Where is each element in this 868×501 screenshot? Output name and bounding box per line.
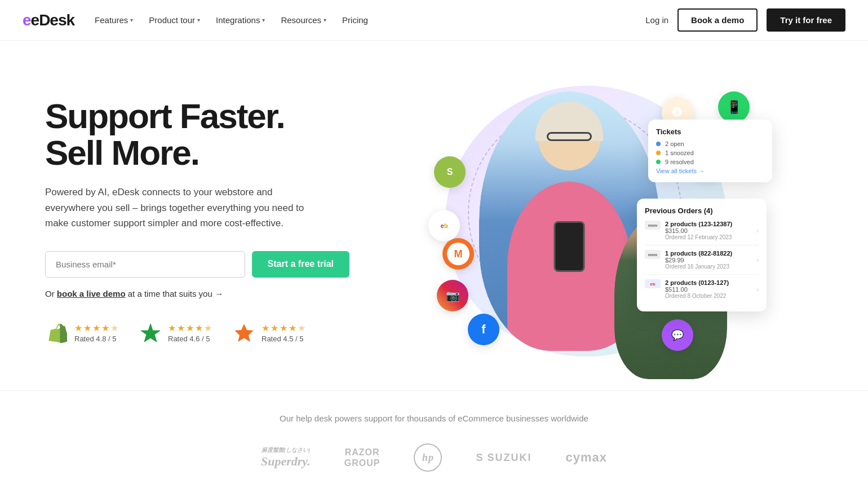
capterra-rating-info: ★ ★ ★ ★ ★ Rated 4.6 / 5 [168, 323, 212, 343]
brand-logos: 麻度髻髭(しなさい) Superdry. RAZORGROUP hp S SUZ… [45, 443, 823, 472]
book-demo-link[interactable]: book a live demo [57, 289, 126, 298]
nav-links: Features ▾ Product tour ▾ Integrations ▾… [95, 15, 368, 25]
message-icon: 💬 [662, 319, 693, 351]
svg-marker-1 [234, 324, 253, 342]
g2-rating-info: ★ ★ ★ ★ ★ Rated 4.5 / 5 [262, 323, 305, 343]
email-input[interactable] [45, 251, 245, 278]
order-date: Ordered 8 October 2022 [665, 293, 752, 299]
order-name: 2 products (123-12387) [665, 221, 752, 227]
order-logo: www [645, 250, 661, 259]
order-logo-ebay: eb [645, 279, 661, 288]
hp-logo: hp [414, 443, 442, 472]
nav-pricing[interactable]: Pricing [342, 15, 368, 25]
order-info: 2 products (123-12387) $315.00 Ordered 1… [665, 221, 752, 240]
order-info: 1 products (822-81822) $29.99 Ordered 16… [665, 250, 752, 270]
bottom-section: Our help desk powers support for thousan… [0, 390, 868, 501]
chevron-down-icon: ▾ [130, 17, 133, 23]
order-price: $315.00 [665, 227, 752, 234]
chevron-down-icon: ▾ [197, 17, 200, 23]
order-price: $29.99 [665, 257, 752, 263]
order-arrow-icon: › [756, 285, 759, 293]
svg-marker-0 [141, 324, 160, 342]
tickets-card: Tickets 2 open 1 snoozed 9 resolved View… [648, 120, 772, 182]
shopify-rating-info: ★ ★ ★ ★ ★ Rated 4.8 / 5 [74, 323, 118, 343]
shopify-rating: ★ ★ ★ ★ ★ Rated 4.8 / 5 [45, 321, 118, 345]
order-date: Ordered 12 February 2023 [665, 234, 752, 240]
g2-rating-text: Rated 4.5 / 5 [262, 335, 305, 343]
ebay-icon: eb [428, 210, 460, 241]
tickets-title: Tickets [656, 128, 764, 136]
hero-form: Start a free trial [45, 251, 349, 278]
nav-right: Log in Book a demo Try it for free [645, 8, 845, 32]
cymax-logo: cymax [565, 450, 607, 465]
open-dot [656, 142, 661, 146]
snoozed-dot [656, 151, 661, 155]
order-info: 2 products (0123-127) $511.00 Ordered 8 … [665, 279, 752, 299]
ratings-section: ★ ★ ★ ★ ★ Rated 4.8 / 5 [45, 321, 349, 345]
superdry-logo: 麻度髻髭(しなさい) Superdry. [261, 446, 311, 469]
order-arrow-icon: › [756, 256, 759, 264]
nav-features[interactable]: Features ▾ [95, 15, 133, 25]
shopify-rating-text: Rated 4.8 / 5 [74, 335, 118, 343]
chevron-down-icon: ▾ [324, 17, 326, 23]
order-date: Ordered 16 January 2023 [665, 263, 752, 270]
facebook-icon: f [468, 314, 499, 345]
hero-left: Support Faster. Sell More. Powered by AI… [45, 98, 349, 345]
view-all-tickets-link[interactable]: View all tickets → [656, 168, 764, 174]
tickets-snoozed-row: 1 snoozed [656, 150, 764, 156]
whatsapp-icon: 📱 [718, 91, 750, 123]
g2-rating: ★ ★ ★ ★ ★ Rated 4.5 / 5 [232, 321, 305, 345]
razor-logo: RAZORGROUP [344, 447, 380, 468]
capterra-logo [139, 321, 162, 345]
order-logo: www [645, 221, 661, 230]
g2-logo [232, 321, 256, 345]
capterra-rating-text: Rated 4.6 / 5 [168, 335, 212, 343]
order-name: 1 products (822-81822) [665, 250, 752, 257]
shopify-logo [45, 321, 69, 345]
nav-integrations[interactable]: Integrations ▾ [216, 15, 265, 25]
start-trial-button[interactable]: Start a free trial [252, 251, 349, 278]
orders-title: Previous Orders (4) [645, 206, 759, 215]
capterra-rating: ★ ★ ★ ★ ★ Rated 4.6 / 5 [139, 321, 212, 345]
tickets-resolved-row: 9 resolved [656, 159, 764, 165]
nav-product-tour[interactable]: Product tour ▾ [149, 15, 200, 25]
magento-icon: M [442, 238, 474, 270]
book-demo-button[interactable]: Book a demo [677, 8, 758, 32]
capterra-stars: ★ ★ ★ ★ ★ [168, 323, 212, 333]
chevron-down-icon: ▾ [262, 17, 265, 23]
order-row: eb 2 products (0123-127) $511.00 Ordered… [645, 279, 759, 304]
resolved-dot [656, 160, 661, 164]
hero-subtext: Powered by AI, eDesk connects to your we… [45, 184, 316, 231]
login-button[interactable]: Log in [645, 15, 668, 25]
order-row: www 1 products (822-81822) $29.99 Ordere… [645, 250, 759, 275]
instagram-icon: 📷 [437, 280, 468, 311]
logo-text: eDesk [31, 11, 75, 29]
navbar: eeDesk Features ▾ Product tour ▾ Integra… [0, 0, 868, 41]
shopify-stars: ★ ★ ★ ★ ★ [74, 323, 118, 333]
order-price: $511.00 [665, 286, 752, 293]
powered-text: Our help desk powers support for thousan… [45, 414, 823, 423]
suzuki-logo: S SUZUKI [476, 452, 532, 464]
order-name: 2 products (0123-127) [665, 279, 752, 286]
logo[interactable]: eeDesk [23, 11, 74, 29]
tickets-open-row: 2 open [656, 140, 764, 147]
shopify-icon: S [434, 156, 466, 188]
nav-left: eeDesk Features ▾ Product tour ▾ Integra… [23, 11, 368, 29]
order-row: www 2 products (123-12387) $315.00 Order… [645, 221, 759, 245]
order-arrow-icon: › [756, 227, 759, 235]
hero-demo-text: Or book a live demo at a time that suits… [45, 289, 349, 298]
hero-section: Support Faster. Sell More. Powered by AI… [0, 41, 868, 390]
hero-headline: Support Faster. Sell More. [45, 98, 349, 171]
hero-visual-area: 🅐 📱 S ✦ eb M 📷 f 💬 [349, 74, 823, 368]
hero-illustration: 🅐 📱 S ✦ eb M 📷 f 💬 [411, 74, 761, 368]
orders-card: Previous Orders (4) www 2 products (123-… [637, 199, 767, 311]
g2-stars: ★ ★ ★ ★ ★ [262, 323, 305, 333]
nav-resources[interactable]: Resources ▾ [281, 15, 326, 25]
try-free-button[interactable]: Try it for free [767, 8, 845, 32]
